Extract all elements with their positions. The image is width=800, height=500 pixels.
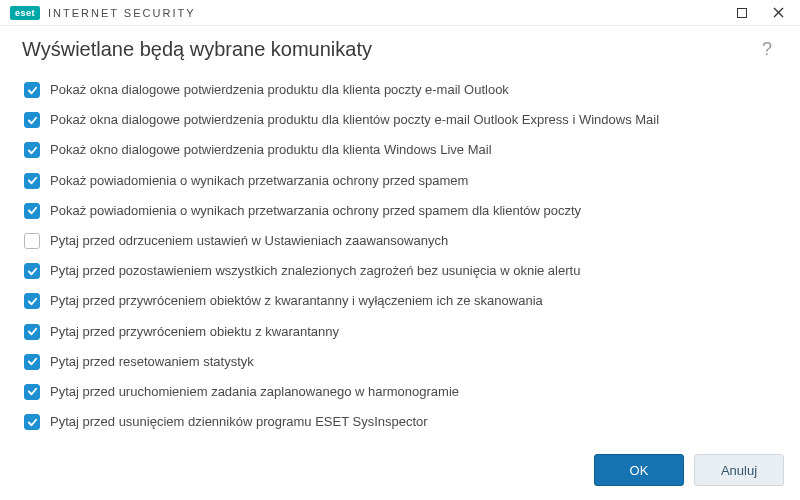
svg-rect-0 — [738, 8, 747, 17]
option-row[interactable]: Pytaj przed usunięciem dzienników progra… — [18, 407, 784, 437]
check-icon — [27, 386, 38, 397]
check-icon — [27, 296, 38, 307]
close-icon — [773, 7, 784, 18]
option-label: Pokaż powiadomienia o wynikach przetwarz… — [50, 202, 581, 220]
checkbox[interactable] — [24, 384, 40, 400]
option-row[interactable]: Pytaj przed przywróceniem obiektu z kwar… — [18, 317, 784, 347]
option-label: Pytaj przed odrzuceniem ustawień w Ustaw… — [50, 232, 448, 250]
option-row[interactable]: Pytaj przed odrzuceniem ustawień w Ustaw… — [18, 226, 784, 256]
checkbox[interactable] — [24, 142, 40, 158]
check-icon — [27, 205, 38, 216]
dialog-title: Wyświetlane będą wybrane komunikaty — [22, 38, 756, 61]
checkbox[interactable] — [24, 82, 40, 98]
close-button[interactable] — [760, 0, 796, 26]
checkbox[interactable] — [24, 203, 40, 219]
option-label: Pokaż okna dialogowe potwierdzenia produ… — [50, 111, 659, 129]
option-row[interactable]: Pytaj przed resetowaniem statystyk — [18, 347, 784, 377]
ok-button[interactable]: OK — [594, 454, 684, 486]
option-label: Pytaj przed przywróceniem obiektu z kwar… — [50, 323, 339, 341]
options-list[interactable]: Pokaż okna dialogowe potwierdzenia produ… — [18, 75, 790, 440]
option-row[interactable]: Pokaż okna dialogowe potwierdzenia produ… — [18, 105, 784, 135]
option-row[interactable]: Pytaj przed pozostawieniem wszystkich zn… — [18, 256, 784, 286]
checkbox[interactable] — [24, 112, 40, 128]
check-icon — [27, 115, 38, 126]
dialog-header: Wyświetlane będą wybrane komunikaty ? — [0, 26, 800, 75]
help-button[interactable]: ? — [756, 39, 778, 60]
checkbox[interactable] — [24, 293, 40, 309]
check-icon — [27, 326, 38, 337]
option-row[interactable]: Pokaż okna dialogowe potwierdzenia produ… — [18, 75, 784, 105]
option-label: Pytaj przed przywróceniem obiektów z kwa… — [50, 292, 543, 310]
check-icon — [27, 145, 38, 156]
checkbox[interactable] — [24, 354, 40, 370]
check-icon — [27, 175, 38, 186]
option-row[interactable]: Pokaż powiadomienia o wynikach przetwarz… — [18, 166, 784, 196]
option-row[interactable]: Pokaż powiadomienia o wynikach przetwarz… — [18, 196, 784, 226]
checkbox[interactable] — [24, 173, 40, 189]
option-label: Pytaj przed uruchomieniem zadania zaplan… — [50, 383, 459, 401]
option-label: Pytaj przed usunięciem dzienników progra… — [50, 413, 428, 431]
checkbox[interactable] — [24, 233, 40, 249]
cancel-button[interactable]: Anuluj — [694, 454, 784, 486]
check-icon — [27, 266, 38, 277]
option-label: Pokaż powiadomienia o wynikach przetwarz… — [50, 172, 468, 190]
checkbox[interactable] — [24, 263, 40, 279]
dialog-footer: OK Anuluj — [0, 440, 800, 500]
checkbox[interactable] — [24, 414, 40, 430]
option-row[interactable]: Pokaż okno dialogowe potwierdzenia produ… — [18, 135, 784, 165]
maximize-button[interactable] — [724, 0, 760, 26]
option-row[interactable]: Pytaj przed przywróceniem obiektów z kwa… — [18, 286, 784, 316]
option-label: Pokaż okna dialogowe potwierdzenia produ… — [50, 81, 509, 99]
option-label: Pytaj przed resetowaniem statystyk — [50, 353, 254, 371]
check-icon — [27, 417, 38, 428]
maximize-icon — [737, 8, 747, 18]
check-icon — [27, 85, 38, 96]
option-label: Pytaj przed pozostawieniem wszystkich zn… — [50, 262, 580, 280]
brand-badge: eset — [10, 6, 40, 20]
checkbox[interactable] — [24, 324, 40, 340]
check-icon — [27, 356, 38, 367]
option-label: Pokaż okno dialogowe potwierdzenia produ… — [50, 141, 492, 159]
brand-name: INTERNET SECURITY — [48, 7, 195, 19]
titlebar: eset INTERNET SECURITY — [0, 0, 800, 26]
options-list-wrap: Pokaż okna dialogowe potwierdzenia produ… — [18, 75, 790, 440]
option-row[interactable]: Pytaj przed uruchomieniem zadania zaplan… — [18, 377, 784, 407]
